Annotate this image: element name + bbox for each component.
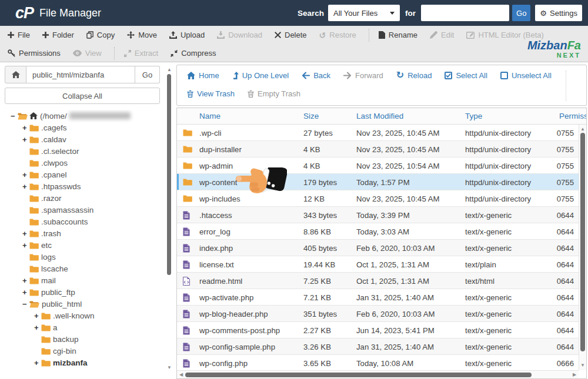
nav-back-button[interactable]: Back — [302, 71, 330, 80]
settings-button[interactable]: ⚙ Settings — [535, 5, 582, 21]
tree-expander[interactable]: + — [22, 170, 29, 179]
file-name[interactable]: wp-content — [199, 178, 238, 187]
column-header-type[interactable]: Type — [465, 112, 482, 120]
tree-node-cagefs[interactable]: +.cagefs — [5, 122, 163, 133]
tree-node-razor[interactable]: .razor — [5, 192, 163, 204]
tree-expander[interactable]: + — [22, 276, 29, 285]
tree-node-well-known[interactable]: +.well-known — [5, 310, 163, 321]
tree-node-clwpos[interactable]: .clwpos — [5, 157, 163, 169]
file-row-wp-activate-php[interactable]: wp-activate.php7.21 KBJan 31, 2025, 1:40… — [177, 289, 579, 306]
file-name[interactable]: wp-activate.php — [199, 293, 253, 302]
tree-node-caldav[interactable]: +.caldav — [5, 133, 163, 145]
tree-node-mail[interactable]: +mail — [5, 274, 163, 286]
toolbar-move-button[interactable]: Move — [127, 31, 157, 39]
toolbar-folder-button[interactable]: Folder — [42, 31, 74, 39]
file-row-readme-html[interactable]: readme.html7.25 KBOct 1, 2025, 1:31 AMte… — [177, 273, 579, 289]
tree-expander[interactable]: + — [22, 123, 29, 132]
tree-node-subaccounts[interactable]: .subaccounts — [5, 216, 163, 227]
nav-view-trash-button[interactable]: View Trash — [187, 89, 235, 98]
file-name[interactable]: wp-comments-post.php — [199, 326, 280, 335]
toolbar-permissions-button[interactable]: Permissions — [8, 49, 61, 58]
file-name[interactable]: wp-blog-header.php — [199, 310, 268, 318]
nav-unselect-all-button[interactable]: Unselect All — [500, 71, 552, 80]
file-row-wp-comments-post-php[interactable]: wp-comments-post.php2.27 KBJun 14, 2023,… — [177, 322, 579, 338]
file-name[interactable]: dup-installer — [199, 145, 242, 154]
file-row-license-txt[interactable]: license.txt19.44 KBOct 1, 2025, 1:31 AMt… — [177, 256, 579, 273]
file-name[interactable]: wp-config-sample.php — [199, 343, 275, 351]
collapse-all-button[interactable]: Collapse All — [5, 88, 160, 104]
tree-node-cl-selector[interactable]: .cl.selector — [5, 145, 163, 157]
tree-node-public-html[interactable]: −public_html — [5, 298, 163, 310]
tree-expander[interactable]: + — [22, 229, 29, 238]
file-name[interactable]: wp-config.php — [199, 359, 248, 368]
column-header-name[interactable]: Name — [199, 112, 220, 120]
file-row-wp-config-php[interactable]: wp-config.php3.65 KBToday, 10:08 AMtext/… — [177, 355, 579, 371]
tree-node-cgi-bin[interactable]: cgi-bin — [5, 345, 163, 357]
tree-expander[interactable]: + — [34, 311, 41, 320]
column-header-last-modified[interactable]: Last Modified — [356, 112, 403, 120]
tree-node-etc[interactable]: +etc — [5, 239, 163, 251]
tree-expander[interactable]: − — [11, 112, 18, 120]
tree-expander[interactable]: + — [34, 358, 41, 367]
tree-expander[interactable]: − — [22, 300, 29, 308]
toolbar-delete-button[interactable]: Delete — [275, 31, 307, 39]
scroll-down-arrow[interactable]: ▼ — [579, 363, 586, 368]
tree-scrollbar[interactable]: ▲ ▼ — [165, 66, 173, 372]
search-scope-select[interactable]: All Your Files — [328, 5, 400, 21]
scroll-right-arrow[interactable]: ▶ — [572, 373, 577, 377]
file-name[interactable]: .wp-cli — [199, 129, 221, 137]
file-name[interactable]: license.txt — [199, 260, 234, 269]
toolbar-copy-button[interactable]: Copy — [86, 31, 115, 39]
toolbar-file-button[interactable]: File — [8, 31, 30, 39]
scroll-up-arrow[interactable]: ▲ — [579, 127, 586, 132]
file-row-htaccess[interactable]: .htaccess343 bytesToday, 3:39 PMtext/x-g… — [177, 207, 579, 223]
tree-expander[interactable]: + — [34, 323, 41, 332]
nav-select-all-button[interactable]: Select All — [445, 71, 487, 80]
tree-node-cpanel[interactable]: +.cpanel — [5, 169, 163, 180]
h-scrollbar-thumb[interactable] — [185, 373, 532, 377]
file-name[interactable]: error_log — [199, 227, 230, 236]
file-row-wp-config-sample-php[interactable]: wp-config-sample.php3.26 KBJan 31, 2025,… — [177, 338, 579, 355]
scroll-left-arrow[interactable]: ◀ — [178, 373, 184, 377]
nav-home-button[interactable]: Home — [187, 71, 219, 80]
home-directory-button[interactable] — [5, 66, 26, 83]
path-go-button[interactable]: Go — [135, 66, 160, 83]
file-name[interactable]: index.php — [199, 244, 233, 253]
tree-node-trash[interactable]: +.trash — [5, 227, 163, 239]
file-row-wp-cli[interactable]: .wp-cli27 bytesNov 23, 2025, 10:45 AMhtt… — [177, 125, 579, 141]
tree-node-lscache[interactable]: lscache — [5, 263, 163, 274]
scroll-down-arrow[interactable]: ▼ — [165, 365, 173, 370]
file-row-wp-blog-header-php[interactable]: wp-blog-header.php351 bytesFeb 6, 2020, … — [177, 306, 579, 322]
nav-up-one-level-button[interactable]: Up One Level — [232, 71, 289, 80]
file-name[interactable]: wp-includes — [199, 194, 240, 203]
nav-reload-button[interactable]: ↻Reload — [396, 71, 432, 80]
search-go-button[interactable]: Go — [512, 5, 530, 21]
table-horizontal-scrollbar[interactable]: ◀ ▶ — [177, 370, 579, 378]
tree-scrollbar-thumb[interactable] — [167, 74, 171, 275]
toolbar-compress-button[interactable]: Compress — [171, 49, 216, 58]
tree-node-logs[interactable]: logs — [5, 251, 163, 263]
file-row-index-php[interactable]: index.php405 bytesFeb 6, 2020, 10:03 AMt… — [177, 240, 579, 256]
tree-expander[interactable]: + — [22, 241, 29, 250]
tree-expander[interactable]: + — [22, 135, 29, 144]
path-input[interactable]: public_html/mizbanfa — [26, 66, 135, 83]
tree-expander[interactable]: + — [22, 288, 29, 297]
file-name[interactable]: readme.html — [199, 277, 242, 286]
tree-node-mizbanfa[interactable]: +mizbanfa — [5, 357, 163, 368]
file-name[interactable]: .htaccess — [199, 211, 232, 220]
table-vertical-scrollbar[interactable]: ▲ ▼ — [579, 125, 586, 370]
column-header-size[interactable]: Size — [303, 112, 319, 120]
tree-node-backup[interactable]: backup — [5, 333, 163, 345]
tree-node-htpasswds[interactable]: +.htpasswds — [5, 180, 163, 192]
file-name[interactable]: wp-admin — [199, 162, 233, 170]
file-row-error-log[interactable]: error_log8.86 KBToday, 3:03 AMtext/x-gen… — [177, 223, 579, 240]
toolbar-rename-button[interactable]: Rename — [379, 31, 417, 39]
file-row-dup-installer[interactable]: dup-installer4 KBNov 23, 2025, 10:45 AMh… — [177, 141, 579, 157]
tree-node-home[interactable]: −(/home/ — [5, 110, 163, 122]
search-input[interactable] — [421, 5, 509, 21]
tree-node-a[interactable]: +a — [5, 321, 163, 333]
table-scrollbar-thumb[interactable] — [580, 133, 585, 351]
column-header-permissions[interactable]: Permissions — [559, 112, 587, 120]
tree-node-spamassassin[interactable]: .spamassassin — [5, 204, 163, 216]
tree-expander[interactable]: + — [22, 182, 29, 191]
